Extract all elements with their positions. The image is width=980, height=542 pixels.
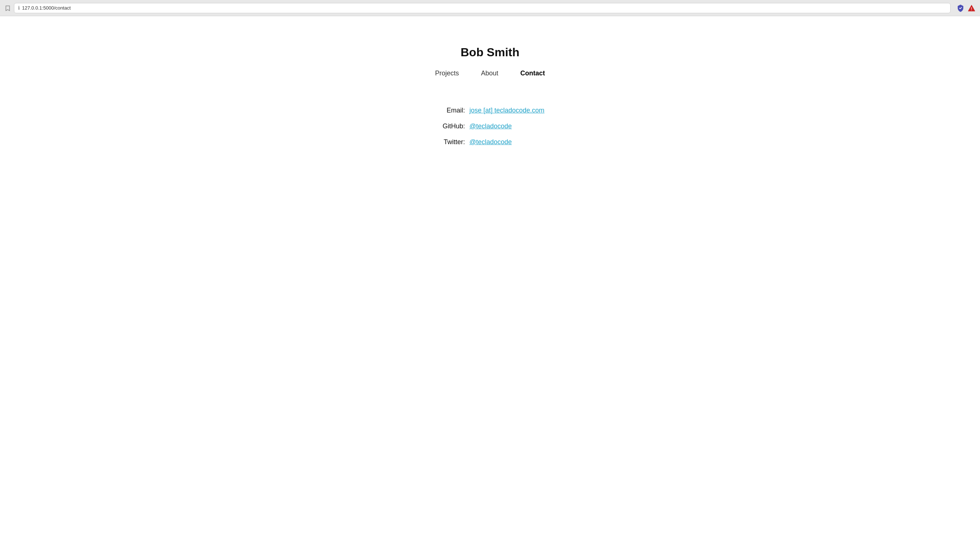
site-title: Bob Smith (461, 46, 519, 59)
browser-actions: ! (956, 4, 975, 12)
email-link[interactable]: jose [at] tecladocode.com (469, 107, 544, 114)
page-content: Bob Smith Projects About Contact Email: … (0, 16, 980, 542)
address-bar[interactable]: ℹ 127.0.0.1:5000/contact (14, 3, 951, 13)
security-info-icon: ℹ (18, 5, 20, 11)
main-nav: Projects About Contact (435, 70, 545, 77)
contact-section: Email: jose [at] tecladocode.com GitHub:… (436, 107, 544, 146)
url-text: 127.0.0.1:5000/contact (22, 5, 71, 11)
bookmark-icon[interactable] (5, 5, 11, 11)
nav-about[interactable]: About (481, 70, 498, 77)
contact-email-row: Email: jose [at] tecladocode.com (436, 107, 544, 114)
brave-shield-icon[interactable] (956, 4, 964, 12)
twitter-link[interactable]: @tecladocode (469, 138, 512, 146)
contact-twitter-row: Twitter: @tecladocode (436, 138, 544, 146)
svg-text:!: ! (971, 6, 972, 11)
browser-chrome: ℹ 127.0.0.1:5000/contact ! (0, 0, 980, 16)
github-label: GitHub: (436, 123, 465, 130)
github-link[interactable]: @tecladocode (469, 123, 512, 130)
twitter-label: Twitter: (436, 138, 465, 146)
brave-warning-icon[interactable]: ! (967, 4, 975, 12)
email-label: Email: (436, 107, 465, 114)
contact-github-row: GitHub: @tecladocode (436, 123, 544, 130)
nav-contact[interactable]: Contact (520, 70, 545, 77)
nav-projects[interactable]: Projects (435, 70, 459, 77)
